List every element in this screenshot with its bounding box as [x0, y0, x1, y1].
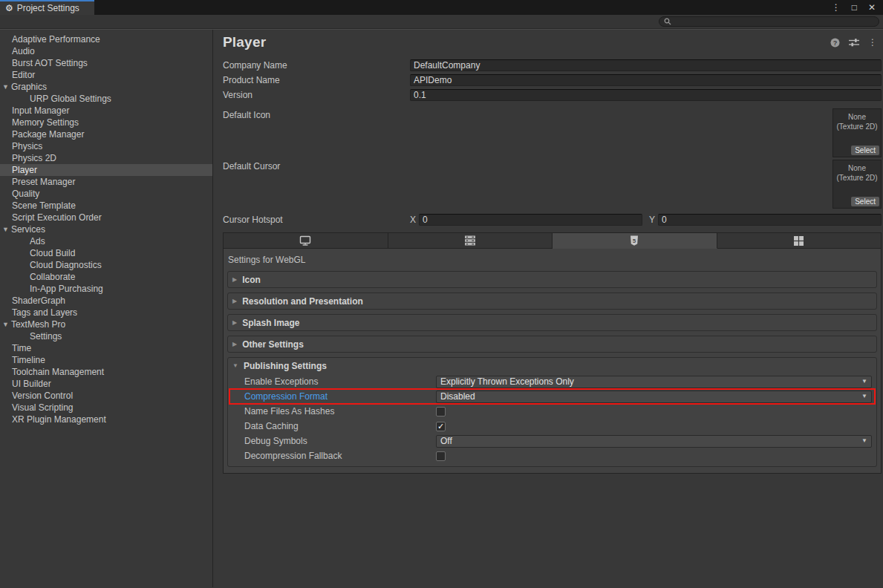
sidebar-item-preset-manager[interactable]: Preset Manager	[0, 176, 212, 188]
platform-tab-windows-store[interactable]	[717, 232, 882, 249]
sidebar-item-physics-2d[interactable]: Physics 2D	[0, 152, 212, 164]
maximize-icon[interactable]: □	[852, 3, 857, 12]
content-area: Adaptive PerformanceAudioBurst AOT Setti…	[0, 29, 883, 587]
sidebar-item-label: Audio	[12, 46, 35, 56]
sidebar-item-script-execution-order[interactable]: Script Execution Order	[0, 212, 212, 223]
sidebar-item-adaptive-performance[interactable]: Adaptive Performance	[0, 33, 212, 45]
sidebar-item-xr-plugin-management[interactable]: XR Plugin Management	[0, 414, 212, 425]
sidebar-item-label: Scene Template	[12, 200, 76, 211]
sidebar-item-label: ShaderGraph	[12, 295, 65, 306]
name-files-as-hashes-checkbox[interactable]	[436, 407, 446, 416]
foldout-open-icon: ▼	[2, 321, 9, 328]
sidebar-item-physics[interactable]: Physics	[0, 140, 212, 152]
sidebar-item-label: Ads	[30, 236, 45, 246]
default-icon-select-button[interactable]: Select	[851, 146, 879, 155]
presets-icon[interactable]	[849, 38, 859, 47]
platform-tab-desktop[interactable]	[223, 232, 388, 249]
company-name-label: Company Name	[223, 60, 410, 71]
default-cursor-slot-type: (Texture 2D)	[833, 173, 881, 183]
sidebar-item-package-manager[interactable]: Package Manager	[0, 128, 212, 140]
enable-exceptions-dropdown[interactable]: Explicitly Thrown Exceptions Only ▼	[436, 376, 872, 388]
enable-exceptions-row: Enable Exceptions Explicitly Thrown Exce…	[228, 374, 876, 389]
section-other-settings[interactable]: ▶ Other Settings	[227, 336, 877, 353]
compression-format-label: Compression Format	[244, 391, 436, 402]
sidebar-item-input-manager[interactable]: Input Manager	[0, 105, 212, 117]
sidebar-item-toolchain-management[interactable]: Toolchain Management	[0, 366, 212, 378]
version-field[interactable]	[410, 89, 882, 101]
product-name-field[interactable]	[410, 74, 882, 86]
sidebar-item-memory-settings[interactable]: Memory Settings	[0, 117, 212, 128]
sidebar-item-visual-scripting[interactable]: Visual Scripting	[0, 402, 212, 414]
foldout-closed-icon: ▶	[232, 298, 237, 304]
compression-format-dropdown[interactable]: Disabled ▼	[436, 391, 872, 403]
publishing-settings-header[interactable]: ▼ Publishing Settings	[228, 358, 876, 374]
sidebar-item-label: Graphics	[11, 82, 47, 92]
foldout-open-icon: ▼	[2, 226, 9, 233]
tab-project-settings[interactable]: ⚙ Project Settings	[0, 0, 94, 15]
default-cursor-slot-value: None	[833, 163, 881, 173]
chevron-down-icon: ▼	[861, 379, 867, 385]
section-splash-image[interactable]: ▶ Splash Image	[227, 314, 877, 331]
data-caching-label: Data Caching	[244, 421, 436, 431]
sidebar-item-shadergraph[interactable]: ShaderGraph	[0, 295, 212, 307]
sidebar-item-label: Input Manager	[12, 105, 69, 116]
decompression-fallback-checkbox[interactable]	[436, 451, 446, 461]
sidebar-item-cloud-build[interactable]: Cloud Build	[0, 247, 212, 259]
svg-text:?: ?	[833, 39, 838, 46]
sidebar-item-label: Player	[12, 165, 37, 175]
sidebar-item-urp-global-settings[interactable]: URP Global Settings	[0, 93, 212, 105]
platform-tab-webgl[interactable]: 5	[553, 232, 717, 249]
sidebar-item-player[interactable]: Player	[0, 164, 212, 176]
sidebar-item-services[interactable]: ▼Services	[0, 223, 212, 235]
sidebar-item-label: Physics	[12, 141, 42, 151]
foldout-open-icon: ▼	[232, 363, 238, 369]
sidebar-item-graphics[interactable]: ▼Graphics	[0, 81, 212, 93]
sidebar-item-quality[interactable]: Quality	[0, 188, 212, 200]
sidebar-item-scene-template[interactable]: Scene Template	[0, 200, 212, 212]
panel-menu-icon[interactable]: ⋮	[868, 37, 877, 48]
section-resolution-and-presentation[interactable]: ▶ Resolution and Presentation	[227, 293, 877, 310]
settings-sidebar: Adaptive PerformanceAudioBurst AOT Setti…	[0, 30, 213, 587]
hotspot-x-field[interactable]	[419, 214, 642, 226]
sidebar-item-label: Settings	[30, 331, 62, 342]
default-cursor-select-button[interactable]: Select	[851, 197, 879, 206]
sidebar-item-ui-builder[interactable]: UI Builder	[0, 378, 212, 390]
sidebar-item-ads[interactable]: Ads	[0, 235, 212, 247]
search-input[interactable]	[674, 17, 874, 26]
sidebar-item-burst-aot-settings[interactable]: Burst AOT Settings	[0, 57, 212, 69]
sidebar-item-tags-and-layers[interactable]: Tags and Layers	[0, 307, 212, 318]
settings-for-label: Settings for WebGL	[228, 255, 877, 265]
section-icon-title: Icon	[242, 275, 261, 285]
desktop-icon	[299, 235, 311, 246]
debug-symbols-dropdown[interactable]: Off ▼	[436, 435, 872, 448]
enable-exceptions-value: Explicitly Thrown Exceptions Only	[440, 376, 574, 387]
sidebar-item-timeline[interactable]: Timeline	[0, 354, 212, 366]
debug-symbols-row: Debug Symbols Off ▼	[228, 434, 876, 448]
hotspot-y-field[interactable]	[658, 214, 882, 226]
window-menu-icon[interactable]: ⋮	[832, 3, 841, 12]
search-box[interactable]	[659, 16, 879, 27]
sidebar-item-settings[interactable]: Settings	[0, 330, 212, 342]
sidebar-item-time[interactable]: Time	[0, 342, 212, 354]
sidebar-item-editor[interactable]: Editor	[0, 69, 212, 81]
default-icon-slot[interactable]: None (Texture 2D) Select	[833, 108, 882, 157]
sidebar-item-in-app-purchasing[interactable]: In-App Purchasing	[0, 283, 212, 295]
sidebar-item-textmesh-pro[interactable]: ▼TextMesh Pro	[0, 318, 212, 330]
sidebar-item-collaborate[interactable]: Collaborate	[0, 271, 212, 283]
default-cursor-slot[interactable]: None (Texture 2D) Select	[833, 160, 882, 209]
sidebar-item-audio[interactable]: Audio	[0, 45, 212, 57]
sidebar-item-cloud-diagnostics[interactable]: Cloud Diagnostics	[0, 259, 212, 271]
sidebar-item-version-control[interactable]: Version Control	[0, 390, 212, 402]
toolbar	[0, 15, 883, 29]
section-icon[interactable]: ▶ Icon	[227, 271, 877, 288]
company-name-field[interactable]	[410, 59, 882, 71]
sidebar-item-label: Burst AOT Settings	[12, 58, 88, 68]
data-caching-checkbox[interactable]: ✓	[436, 422, 446, 431]
hotspot-y-label: Y	[649, 215, 655, 225]
product-name-label: Product Name	[223, 75, 410, 85]
cursor-hotspot-label: Cursor Hotspot	[223, 215, 410, 225]
help-icon[interactable]: ?	[830, 38, 840, 48]
close-icon[interactable]: ✕	[868, 3, 876, 12]
platform-tab-dedicated-server[interactable]	[388, 232, 553, 249]
foldout-closed-icon: ▶	[232, 342, 237, 347]
